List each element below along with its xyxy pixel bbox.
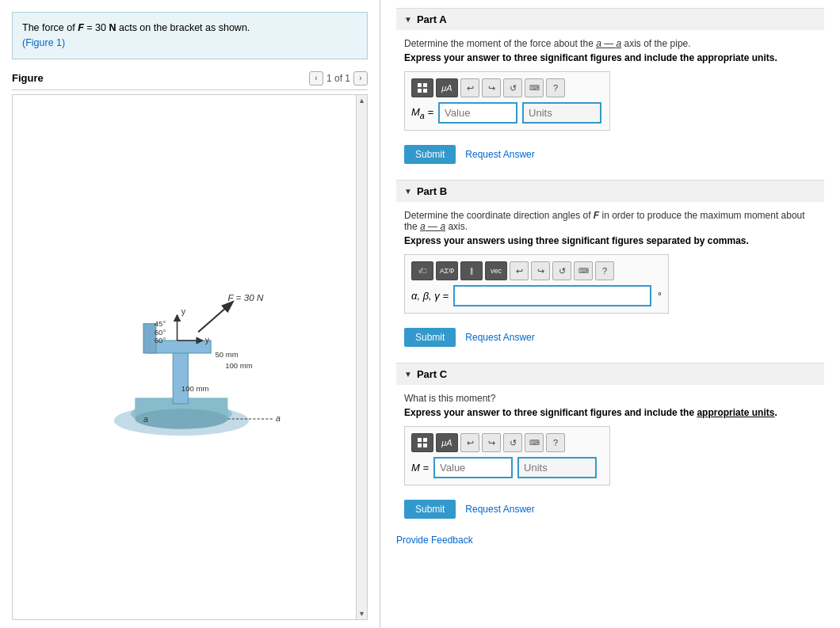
- svg-rect-29: [418, 443, 422, 447]
- svg-text:60°: 60°: [155, 327, 166, 336]
- part-a-header: ▼ Part A: [396, 8, 824, 30]
- part-b-input-label: α, β, γ =: [411, 290, 449, 302]
- part-a-collapse-icon[interactable]: ▼: [404, 15, 412, 24]
- redo-button-a[interactable]: ↪: [482, 78, 501, 97]
- mu-button-a[interactable]: μA: [436, 78, 458, 97]
- svg-line-8: [198, 303, 232, 332]
- part-b-label: Part B: [417, 185, 447, 197]
- part-b-header: ▼ Part B: [396, 180, 824, 202]
- scroll-up[interactable]: ▲: [357, 95, 367, 106]
- problem-text: The force of F = 30 N acts on the bracke…: [22, 22, 250, 33]
- part-c-submit-button[interactable]: Submit: [404, 500, 456, 519]
- part-b-toolbar: √□ ΑΣΦ ∥ vec ↩ ↪ ↺ ⌨ ?: [411, 261, 662, 280]
- part-a-units-input[interactable]: [522, 102, 601, 124]
- degree-symbol: °: [658, 291, 662, 302]
- undo-button-b[interactable]: ↩: [510, 261, 529, 280]
- part-a-input-row: Ma =: [411, 102, 603, 124]
- svg-text:F = 30 N: F = 30 N: [227, 291, 263, 302]
- grid-button-c[interactable]: [411, 433, 433, 452]
- part-b-collapse-icon[interactable]: ▼: [404, 187, 412, 196]
- svg-rect-24: [423, 83, 427, 87]
- part-b-question: Determine the coordinate direction angle…: [404, 210, 816, 232]
- undo-button-a[interactable]: ↩: [460, 78, 479, 97]
- provide-feedback-link[interactable]: Provide Feedback: [396, 535, 824, 546]
- svg-text:y: y: [181, 306, 186, 315]
- next-figure-button[interactable]: ›: [353, 71, 368, 86]
- svg-text:100 mm: 100 mm: [225, 361, 253, 370]
- reset-button-b[interactable]: ↺: [552, 261, 571, 280]
- part-c-instruction: Express your answer to three significant…: [404, 407, 816, 418]
- svg-point-4: [135, 409, 227, 429]
- svg-text:50 mm: 50 mm: [215, 350, 238, 359]
- part-c-question: What is this moment?: [404, 393, 816, 404]
- part-b-section: ▼ Part B Determine the coordinate direct…: [396, 180, 824, 347]
- redo-button-c[interactable]: ↪: [482, 433, 501, 452]
- help-button-c[interactable]: ?: [546, 433, 565, 452]
- svg-text:100 mm: 100 mm: [181, 383, 209, 392]
- keyboard-button-b[interactable]: ⌨: [574, 261, 593, 280]
- help-button-b[interactable]: ?: [595, 261, 614, 280]
- reset-button-a[interactable]: ↺: [503, 78, 522, 97]
- part-b-request-link[interactable]: Request Answer: [465, 332, 534, 343]
- right-panel: ▼ Part A Determine the moment of the for…: [380, 0, 840, 628]
- svg-rect-30: [423, 443, 427, 447]
- svg-text:y: y: [205, 335, 210, 344]
- svg-rect-28: [423, 438, 427, 442]
- part-a-question: Determine the moment of the force about …: [404, 38, 816, 49]
- svg-text:45°: 45°: [155, 318, 166, 327]
- keyboard-button-a[interactable]: ⌨: [525, 78, 544, 97]
- grid-button-a[interactable]: [411, 78, 433, 97]
- reset-button-c[interactable]: ↺: [503, 433, 522, 452]
- svg-rect-27: [418, 438, 422, 442]
- svg-text:a: a: [143, 414, 148, 424]
- part-c-answer-box: μA ↩ ↪ ↺ ⌨ ? M =: [404, 426, 610, 485]
- scrollbar[interactable]: ▲ ▼: [356, 95, 367, 620]
- prev-figure-button[interactable]: ‹: [309, 71, 323, 86]
- figure-page: 1 of 1: [326, 73, 350, 84]
- part-c-input-label: M =: [411, 462, 429, 474]
- figure-nav: ‹ 1 of 1 ›: [309, 71, 368, 86]
- undo-button-c[interactable]: ↩: [460, 433, 479, 452]
- keyboard-button-c[interactable]: ⌨: [525, 433, 544, 452]
- figure-header: Figure ‹ 1 of 1 ›: [12, 71, 368, 90]
- part-b-value-input[interactable]: [453, 285, 651, 306]
- part-c-request-link[interactable]: Request Answer: [465, 504, 534, 515]
- scroll-down[interactable]: ▼: [357, 608, 367, 619]
- part-a-input-label: Ma =: [411, 106, 433, 120]
- svg-rect-23: [418, 83, 422, 87]
- part-a-request-link[interactable]: Request Answer: [465, 149, 534, 160]
- part-a-instruction: Express your answer to three significant…: [404, 52, 816, 63]
- part-a-value-input[interactable]: [438, 102, 517, 124]
- redo-button-b[interactable]: ↪: [531, 261, 550, 280]
- part-c-collapse-icon[interactable]: ▼: [404, 370, 412, 379]
- sqrt-button-b[interactable]: √□: [411, 261, 433, 280]
- left-panel: The force of F = 30 N acts on the bracke…: [0, 0, 380, 628]
- part-a-label: Part A: [417, 13, 447, 25]
- part-b-input-row: α, β, γ = °: [411, 285, 662, 306]
- problem-statement: The force of F = 30 N acts on the bracke…: [12, 12, 368, 59]
- part-c-toolbar: μA ↩ ↪ ↺ ⌨ ?: [411, 433, 603, 452]
- figure-title: Figure: [12, 72, 44, 84]
- part-b-instruction: Express your answers using three signifi…: [404, 235, 816, 246]
- part-b-action-row: Submit Request Answer: [404, 328, 816, 347]
- part-c-header: ▼ Part C: [396, 363, 824, 385]
- part-c-units-input[interactable]: [517, 457, 597, 478]
- part-a-submit-button[interactable]: Submit: [404, 145, 456, 164]
- matrix-button-b[interactable]: ∥: [460, 261, 483, 280]
- part-b-submit-button[interactable]: Submit: [404, 328, 456, 347]
- figure-section: Figure ‹ 1 of 1 ›: [12, 71, 368, 621]
- part-c-value-input[interactable]: [433, 457, 513, 478]
- svg-text:60°: 60°: [155, 336, 166, 344]
- svg-rect-25: [418, 89, 422, 93]
- svg-text:a: a: [276, 413, 281, 423]
- figure-link[interactable]: (Figure 1): [22, 37, 65, 48]
- figure-canvas: F = 30 N y y 45° 60°: [12, 94, 368, 621]
- help-button-a[interactable]: ?: [546, 78, 565, 97]
- part-c-action-row: Submit Request Answer: [404, 500, 816, 519]
- part-c-section: ▼ Part C What is this moment? Express yo…: [396, 363, 824, 519]
- part-c-input-row: M =: [411, 457, 603, 478]
- sigma-button-b[interactable]: ΑΣΦ: [436, 261, 458, 280]
- part-a-answer-box: μA ↩ ↪ ↺ ⌨ ? Ma =: [404, 71, 610, 131]
- mu-button-c[interactable]: μA: [436, 433, 458, 452]
- vec-button-b[interactable]: vec: [485, 261, 507, 280]
